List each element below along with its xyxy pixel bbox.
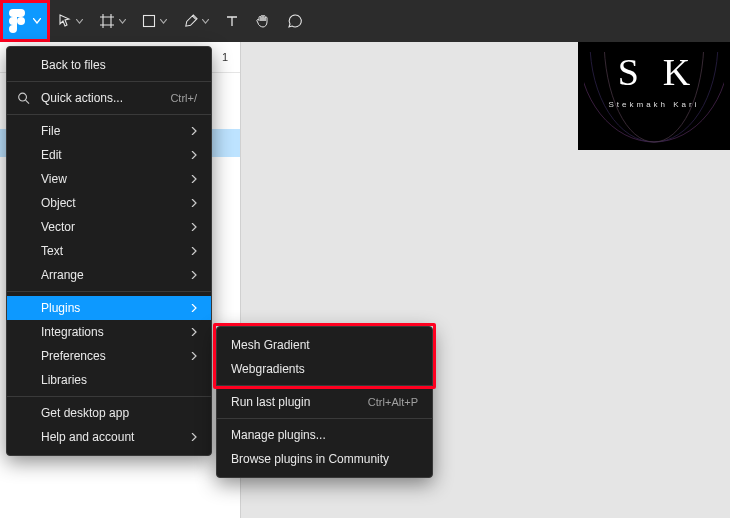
- submenu-label: Mesh Gradient: [231, 338, 310, 352]
- menu-label: File: [41, 124, 60, 138]
- thumb-title: SK: [578, 50, 730, 94]
- chevron-right-icon: [191, 223, 197, 231]
- chevron-down-icon: [33, 18, 41, 24]
- menu-help-account[interactable]: Help and account: [7, 425, 211, 449]
- menu-label: Text: [41, 244, 63, 258]
- page-selector[interactable]: 1: [222, 51, 228, 63]
- menu-get-desktop-app[interactable]: Get desktop app: [7, 401, 211, 425]
- menu-preferences[interactable]: Preferences: [7, 344, 211, 368]
- chevron-right-icon: [191, 199, 197, 207]
- menu-label: View: [41, 172, 67, 186]
- submenu-label: Run last plugin: [231, 395, 310, 409]
- hand-tool[interactable]: [247, 0, 279, 42]
- menu-label: Get desktop app: [41, 406, 129, 420]
- menu-edit[interactable]: Edit: [7, 143, 211, 167]
- submenu-label: Browse plugins in Community: [231, 452, 389, 466]
- search-icon: [17, 92, 30, 105]
- comment-tool[interactable]: [279, 0, 311, 42]
- chevron-right-icon: [191, 328, 197, 336]
- submenu-separator: [217, 418, 432, 419]
- text-icon: [225, 14, 239, 28]
- svg-point-5: [19, 93, 27, 101]
- menu-libraries[interactable]: Libraries: [7, 368, 211, 392]
- menu-label: Vector: [41, 220, 75, 234]
- menu-label: Arrange: [41, 268, 84, 282]
- menu-arrange[interactable]: Arrange: [7, 263, 211, 287]
- comment-icon: [287, 13, 303, 29]
- pen-tool[interactable]: [175, 0, 217, 42]
- plugins-submenu: Mesh Gradient Webgradients Run last plug…: [216, 326, 433, 478]
- chevron-down-icon: [202, 19, 209, 24]
- menu-integrations[interactable]: Integrations: [7, 320, 211, 344]
- menu-view[interactable]: View: [7, 167, 211, 191]
- menu-label: Quick actions...: [41, 91, 123, 105]
- svg-point-3: [17, 17, 25, 25]
- menu-plugins[interactable]: Plugins: [7, 296, 211, 320]
- menu-text[interactable]: Text: [7, 239, 211, 263]
- pen-icon: [183, 14, 198, 29]
- move-tool[interactable]: [50, 0, 91, 42]
- menu-separator: [7, 81, 211, 82]
- menu-separator: [7, 291, 211, 292]
- chevron-down-icon: [119, 19, 126, 24]
- submenu-manage-plugins[interactable]: Manage plugins...: [217, 423, 432, 447]
- menu-object[interactable]: Object: [7, 191, 211, 215]
- figma-logo-icon: [9, 9, 25, 33]
- submenu-webgradients[interactable]: Webgradients: [217, 357, 432, 381]
- menu-label: Edit: [41, 148, 62, 162]
- chevron-right-icon: [191, 271, 197, 279]
- shape-tool[interactable]: [134, 0, 175, 42]
- highlight-box: [0, 0, 50, 42]
- menu-vector[interactable]: Vector: [7, 215, 211, 239]
- hand-icon: [255, 13, 271, 29]
- menu-label: Object: [41, 196, 76, 210]
- top-toolbar: [0, 0, 730, 42]
- chevron-right-icon: [191, 304, 197, 312]
- submenu-label: Manage plugins...: [231, 428, 326, 442]
- submenu-separator: [217, 385, 432, 386]
- menu-label: Help and account: [41, 430, 134, 444]
- frame-tool[interactable]: [91, 0, 134, 42]
- thumb-subtitle: Stekmakh Kari: [578, 100, 730, 109]
- menu-label: Plugins: [41, 301, 80, 315]
- chevron-right-icon: [191, 127, 197, 135]
- chevron-right-icon: [191, 151, 197, 159]
- chevron-right-icon: [191, 352, 197, 360]
- text-tool[interactable]: [217, 0, 247, 42]
- chevron-down-icon: [76, 19, 83, 24]
- cursor-icon: [58, 14, 72, 28]
- main-menu: Back to files Quick actions... Ctrl+/ Fi…: [6, 46, 212, 456]
- rectangle-icon: [142, 14, 156, 28]
- chevron-down-icon: [160, 19, 167, 24]
- menu-label: Preferences: [41, 349, 106, 363]
- svg-rect-4: [144, 16, 155, 27]
- submenu-mesh-gradient[interactable]: Mesh Gradient: [217, 333, 432, 357]
- submenu-browse-community[interactable]: Browse plugins in Community: [217, 447, 432, 471]
- submenu-label: Webgradients: [231, 362, 305, 376]
- menu-label: Integrations: [41, 325, 104, 339]
- submenu-run-last-plugin[interactable]: Run last plugin Ctrl+Alt+P: [217, 390, 432, 414]
- menu-file[interactable]: File: [7, 119, 211, 143]
- menu-back-to-files[interactable]: Back to files: [7, 53, 211, 77]
- menu-quick-actions[interactable]: Quick actions... Ctrl+/: [7, 86, 211, 110]
- submenu-shortcut: Ctrl+Alt+P: [368, 396, 418, 408]
- menu-separator: [7, 114, 211, 115]
- menu-label: Back to files: [41, 58, 106, 72]
- frame-icon: [99, 13, 115, 29]
- menu-label: Libraries: [41, 373, 87, 387]
- menu-shortcut: Ctrl+/: [170, 92, 197, 104]
- canvas-thumbnail: SK Stekmakh Kari: [578, 42, 730, 150]
- chevron-right-icon: [191, 175, 197, 183]
- figma-menu-button[interactable]: [0, 0, 50, 42]
- chevron-right-icon: [191, 247, 197, 255]
- menu-separator: [7, 396, 211, 397]
- chevron-right-icon: [191, 433, 197, 441]
